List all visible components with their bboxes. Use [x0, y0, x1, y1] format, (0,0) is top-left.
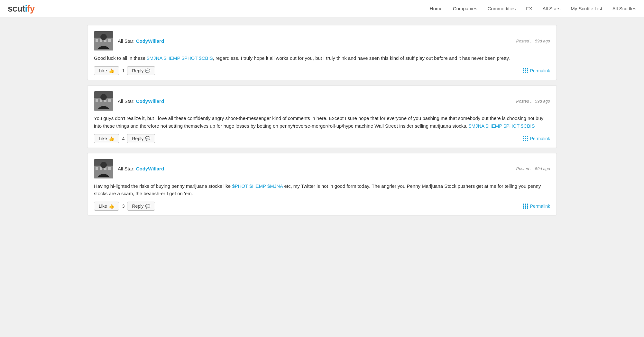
- ticker-phot-2[interactable]: $PHOT: [503, 123, 520, 129]
- reply-label-3: Reply: [132, 204, 143, 209]
- like-button-1[interactable]: Like 👍: [94, 66, 119, 75]
- thumbs-up-icon-3: 👍: [109, 204, 114, 209]
- permalink-label-2: Permalink: [530, 136, 550, 141]
- post-actions-1: Like 👍 1 Reply 💬: [94, 66, 155, 75]
- post-header-left-3: All Star: CodyWillard: [94, 159, 164, 178]
- nav-all-scuttles[interactable]: All Scuttles: [612, 6, 636, 11]
- grid-icon-3: [523, 204, 528, 209]
- reply-icon-2: 💬: [145, 136, 150, 141]
- post-footer-2: Like 👍 4 Reply 💬 Permalink: [94, 134, 550, 143]
- thumbs-up-icon-2: 👍: [109, 136, 114, 141]
- author-name-2[interactable]: CodyWillard: [136, 98, 164, 104]
- like-count-3: 3: [122, 204, 125, 209]
- reply-icon-3: 💬: [145, 204, 150, 209]
- post-card-1: All Star: CodyWillard Posted ... 59d ago…: [87, 25, 557, 80]
- permalink-label-3: Permalink: [530, 204, 550, 209]
- main-nav: Home Companies Commodities FX All Stars …: [430, 6, 636, 11]
- svg-point-13: [100, 94, 107, 100]
- reply-icon-1: 💬: [145, 68, 150, 73]
- ticker-cbis-2[interactable]: $CBIS: [521, 123, 535, 129]
- avatar-2: [94, 91, 113, 111]
- nav-fx[interactable]: FX: [526, 6, 532, 11]
- ticker-mjna-1[interactable]: $MJNA: [147, 55, 162, 61]
- post-actions-2: Like 👍 4 Reply 💬: [94, 134, 155, 143]
- like-label-3: Like: [99, 204, 107, 209]
- logo[interactable]: scutify: [8, 4, 34, 14]
- thumbs-up-icon-1: 👍: [109, 68, 114, 73]
- post-body-3: Having hi-lighted the risks of buying pe…: [94, 182, 550, 197]
- nav-commodities[interactable]: Commodities: [488, 6, 516, 11]
- svg-rect-12: [108, 99, 111, 102]
- post-body-2: You guys don't realize it, but I love al…: [94, 114, 550, 130]
- avatar-3: [94, 159, 113, 178]
- avatar-1: [94, 31, 113, 50]
- like-button-3[interactable]: Like 👍: [94, 202, 119, 211]
- body-text-3a: Having hi-lighted the risks of buying pe…: [94, 183, 232, 189]
- svg-point-6: [100, 34, 107, 40]
- permalink-label-1: Permalink: [530, 68, 550, 73]
- post-header-3: All Star: CodyWillard Posted ... 59d ago: [94, 159, 550, 178]
- body-text-1a: Good luck to all in these: [94, 55, 147, 61]
- ticker-hemp-3[interactable]: $HEMP: [249, 183, 266, 189]
- grid-icon-1: [523, 68, 528, 73]
- reply-button-3[interactable]: Reply 💬: [127, 202, 155, 211]
- content-area: All Star: CodyWillard Posted ... 59d ago…: [81, 25, 563, 215]
- post-footer-1: Like 👍 1 Reply 💬 Permalink: [94, 66, 550, 75]
- post-timestamp-2: Posted ... 59d ago: [516, 99, 550, 104]
- grid-icon-2: [523, 136, 528, 141]
- logo-text-scut: scut: [8, 4, 25, 14]
- ticker-hemp-2[interactable]: $HEMP: [486, 123, 502, 129]
- author-label-2: All Star:: [118, 98, 135, 104]
- post-actions-3: Like 👍 3 Reply 💬: [94, 202, 155, 211]
- like-label-1: Like: [99, 68, 107, 73]
- author-name-1[interactable]: CodyWillard: [136, 38, 164, 44]
- post-timestamp-3: Posted ... 59d ago: [516, 166, 550, 171]
- post-header-left-1: All Star: CodyWillard: [94, 31, 164, 50]
- like-count-2: 4: [122, 136, 125, 141]
- reply-button-1[interactable]: Reply 💬: [127, 66, 155, 75]
- svg-rect-16: [96, 167, 98, 170]
- ticker-mjna-3[interactable]: $MJNA: [267, 183, 283, 189]
- like-label-2: Like: [99, 136, 107, 141]
- ticker-cbis-1[interactable]: $CBIS: [199, 55, 213, 61]
- svg-point-20: [100, 162, 107, 168]
- permalink-3[interactable]: Permalink: [523, 204, 550, 209]
- post-author-3: All Star: CodyWillard: [118, 166, 164, 171]
- post-body-1: Good luck to all in these $MJNA $HEMP $P…: [94, 54, 550, 62]
- header: scutify Home Companies Commodities FX Al…: [0, 0, 644, 17]
- reply-label-1: Reply: [132, 68, 143, 73]
- svg-rect-9: [96, 99, 98, 102]
- ticker-mjna-2[interactable]: $MJNA: [469, 123, 484, 129]
- svg-rect-2: [96, 39, 98, 42]
- author-label-3: All Star:: [118, 166, 135, 171]
- author-name-3[interactable]: CodyWillard: [136, 166, 164, 171]
- ticker-phot-3[interactable]: $PHOT: [232, 183, 248, 189]
- ticker-hemp-1[interactable]: $HEMP: [164, 55, 180, 61]
- post-author-2: All Star: CodyWillard: [118, 98, 164, 104]
- permalink-2[interactable]: Permalink: [523, 136, 550, 141]
- permalink-1[interactable]: Permalink: [523, 68, 550, 73]
- svg-rect-19: [108, 167, 111, 170]
- nav-companies[interactable]: Companies: [453, 6, 477, 11]
- nav-scuttle-list[interactable]: My Scuttle List: [571, 6, 602, 11]
- nav-home[interactable]: Home: [430, 6, 443, 11]
- post-timestamp-1: Posted ... 59d ago: [516, 39, 550, 43]
- post-header-2: All Star: CodyWillard Posted ... 59d ago: [94, 91, 550, 111]
- logo-text-fy: fy: [27, 4, 34, 14]
- like-count-1: 1: [122, 68, 125, 73]
- post-author-1: All Star: CodyWillard: [118, 38, 164, 44]
- body-text-1b: , regardless. I truly hope it all works …: [213, 55, 510, 61]
- svg-rect-5: [108, 39, 111, 42]
- reply-label-2: Reply: [132, 136, 143, 141]
- nav-allstars[interactable]: All Stars: [542, 6, 560, 11]
- post-header-1: All Star: CodyWillard Posted ... 59d ago: [94, 31, 550, 50]
- reply-button-2[interactable]: Reply 💬: [127, 134, 155, 143]
- post-card-3: All Star: CodyWillard Posted ... 59d ago…: [87, 153, 557, 216]
- post-footer-3: Like 👍 3 Reply 💬 Permalink: [94, 202, 550, 211]
- author-label-1: All Star:: [118, 38, 135, 44]
- like-button-2[interactable]: Like 👍: [94, 134, 119, 143]
- ticker-phot-1[interactable]: $PHOT: [181, 55, 198, 61]
- post-header-left-2: All Star: CodyWillard: [94, 91, 164, 111]
- post-card-2: All Star: CodyWillard Posted ... 59d ago…: [87, 85, 557, 148]
